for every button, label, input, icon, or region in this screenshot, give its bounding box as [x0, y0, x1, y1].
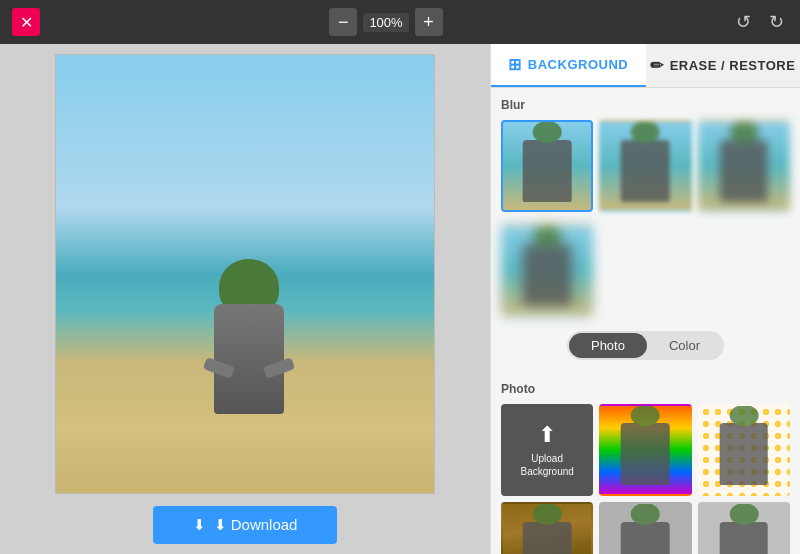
bg-thumb-wood[interactable]	[501, 502, 593, 554]
bg-thumb-dots[interactable]	[698, 404, 790, 496]
thumb-figure-dots	[720, 423, 769, 485]
thumb-figure-0	[523, 140, 572, 202]
photo-section-label: Photo	[501, 382, 790, 396]
download-icon: ⬇	[193, 516, 206, 534]
redo-icon: ↻	[769, 12, 784, 32]
thumb-figure-3	[523, 244, 572, 306]
right-panel: ⊞ BACKGROUND ✏ ERASE / RESTORE Blur	[490, 44, 800, 554]
blur-grid-row1	[501, 120, 790, 212]
photo-color-toggle: Photo Color	[567, 331, 724, 360]
redo-button[interactable]: ↻	[765, 7, 788, 37]
thumb-figure-2	[720, 140, 769, 202]
zoom-value: 100%	[363, 13, 408, 32]
bg-thumb-gray1[interactable]	[599, 502, 691, 554]
blur-thumb-0[interactable]	[501, 120, 593, 212]
panel-content: Blur P	[491, 88, 800, 554]
eraser-icon: ✏	[650, 56, 664, 75]
minus-icon: −	[338, 12, 349, 33]
thumb-figure-rainbow	[621, 423, 670, 485]
tab-background[interactable]: ⊞ BACKGROUND	[491, 44, 646, 87]
thumb-figure-gray2	[720, 522, 769, 554]
bg-thumb-rainbow[interactable]	[599, 404, 691, 496]
blur-thumb-1[interactable]	[599, 120, 691, 212]
close-button[interactable]: ✕	[12, 8, 40, 36]
subject-figure	[188, 173, 309, 414]
main-content: ⬇ ⬇ Download ⊞ BACKGROUND ✏ ERASE / REST…	[0, 44, 800, 554]
blur-section-label: Blur	[501, 98, 790, 112]
tab-erase-restore[interactable]: ✏ ERASE / RESTORE	[646, 44, 801, 87]
undo-button[interactable]: ↺	[732, 7, 755, 37]
canvas-area: ⬇ ⬇ Download	[0, 44, 490, 554]
toggle-color[interactable]: Color	[647, 333, 722, 358]
undo-icon: ↺	[736, 12, 751, 32]
blur-thumb-2[interactable]	[698, 120, 790, 212]
upload-label: UploadBackground	[520, 452, 573, 478]
zoom-out-button[interactable]: −	[329, 8, 357, 36]
panel-tabs: ⊞ BACKGROUND ✏ ERASE / RESTORE	[491, 44, 800, 88]
upload-icon: ⬆	[538, 422, 556, 448]
toolbar: ✕ − 100% + ↺ ↻	[0, 0, 800, 44]
close-icon: ✕	[20, 13, 33, 32]
tab-erase-label: ERASE / RESTORE	[670, 58, 796, 73]
thumb-figure-1	[621, 140, 670, 202]
canvas-wrapper	[55, 54, 435, 494]
zoom-controls: − 100% +	[329, 8, 442, 36]
photo-grid: ⬆ UploadBackground	[501, 404, 790, 554]
frog-body	[214, 304, 284, 414]
thumb-figure-gray1	[621, 522, 670, 554]
thumb-figure-wood	[523, 522, 572, 554]
download-label: ⬇ Download	[214, 516, 298, 534]
upload-background-button[interactable]: ⬆ UploadBackground	[501, 404, 593, 496]
download-button[interactable]: ⬇ ⬇ Download	[153, 506, 338, 544]
tab-background-label: BACKGROUND	[528, 57, 628, 72]
plus-icon: +	[423, 12, 434, 33]
blur-grid-row2	[501, 224, 790, 316]
blur-thumb-3[interactable]	[501, 224, 593, 316]
canvas-image	[56, 55, 434, 493]
toggle-photo[interactable]: Photo	[569, 333, 647, 358]
layers-icon: ⊞	[508, 55, 522, 74]
bg-thumb-gray2[interactable]	[698, 502, 790, 554]
zoom-in-button[interactable]: +	[415, 8, 443, 36]
